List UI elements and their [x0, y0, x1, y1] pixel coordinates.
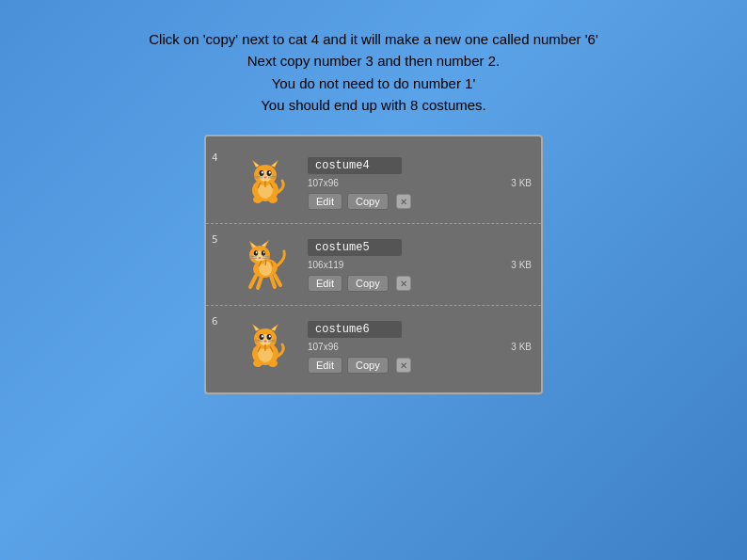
costume-size-6: 3 KB — [511, 342, 532, 352]
svg-point-33 — [263, 251, 265, 253]
costume-row-5: 5 — [206, 224, 541, 306]
costume-thumb-5 — [232, 232, 298, 297]
costume-buttons-6: Edit Copy ✕ — [308, 357, 532, 374]
close-button-4[interactable]: ✕ — [396, 194, 411, 209]
svg-point-18 — [268, 196, 278, 203]
costume-dimensions-5: 106x119 — [308, 260, 343, 270]
costume-dimensions-6: 107x96 — [308, 342, 339, 352]
svg-point-64 — [268, 360, 278, 367]
svg-line-40 — [258, 277, 262, 288]
costume-name-6: costume6 — [308, 321, 402, 338]
svg-point-12 — [264, 177, 267, 179]
costume-thumb-4 — [232, 150, 298, 216]
costume-size-5: 3 KB — [511, 260, 532, 270]
svg-point-17 — [253, 196, 262, 203]
costume-row-6: 6 — [206, 306, 541, 387]
svg-point-63 — [253, 360, 262, 367]
costume-info-5: costume5 106x119 3 KB Edit Copy ✕ — [308, 237, 532, 292]
svg-point-55 — [267, 334, 272, 340]
edit-button-4[interactable]: Edit — [308, 193, 342, 210]
costume-meta-4: 107x96 3 KB — [308, 178, 532, 188]
costume-dimensions-4: 107x96 — [308, 178, 339, 188]
cat-image-6 — [237, 318, 294, 375]
copy-button-5[interactable]: Copy — [347, 275, 389, 292]
copy-button-4[interactable]: Copy — [347, 193, 389, 210]
costume-info-6: costume6 107x96 3 KB Edit Copy ✕ — [308, 319, 532, 374]
scratch-panel: 4 — [204, 135, 543, 394]
costume-name-5: costume5 — [308, 239, 402, 256]
costume-info-4: costume4 107x96 3 KB Edit Copy ✕ — [308, 155, 532, 210]
svg-line-42 — [275, 275, 280, 285]
costume-buttons-4: Edit Copy ✕ — [308, 193, 532, 210]
costume-size-4: 3 KB — [511, 178, 532, 188]
svg-line-36 — [249, 258, 257, 259]
close-button-6[interactable]: ✕ — [396, 358, 411, 373]
svg-point-32 — [256, 251, 258, 253]
row-number-5: 5 — [212, 233, 218, 246]
edit-button-5[interactable]: Edit — [308, 275, 342, 292]
svg-line-39 — [250, 276, 256, 287]
svg-point-8 — [260, 170, 264, 176]
svg-point-9 — [267, 170, 272, 176]
costume-thumb-6 — [232, 313, 298, 379]
cat-image-5 — [237, 234, 294, 296]
svg-point-58 — [264, 341, 267, 343]
svg-point-56 — [262, 335, 263, 337]
instruction-text: Click on 'copy' next to cat 4 and it wil… — [149, 28, 598, 116]
copy-button-6[interactable]: Copy — [347, 357, 389, 374]
svg-point-31 — [262, 250, 265, 256]
cat-image-4 — [237, 154, 294, 211]
svg-point-30 — [254, 250, 258, 256]
costume-meta-6: 107x96 3 KB — [308, 342, 532, 352]
costume-row-4: 4 — [206, 142, 541, 224]
svg-line-38 — [262, 258, 270, 259]
close-button-5[interactable]: ✕ — [396, 276, 411, 291]
svg-point-34 — [259, 257, 262, 259]
costume-buttons-5: Edit Copy ✕ — [308, 275, 532, 292]
svg-point-57 — [269, 335, 271, 337]
row-number-6: 6 — [212, 315, 218, 328]
costume-name-4: costume4 — [308, 157, 402, 174]
row-number-4: 4 — [212, 152, 218, 164]
svg-point-11 — [269, 171, 271, 173]
edit-button-6[interactable]: Edit — [308, 357, 342, 374]
svg-point-10 — [262, 171, 263, 173]
costume-meta-5: 106x119 3 KB — [308, 260, 532, 270]
svg-point-54 — [260, 334, 264, 340]
